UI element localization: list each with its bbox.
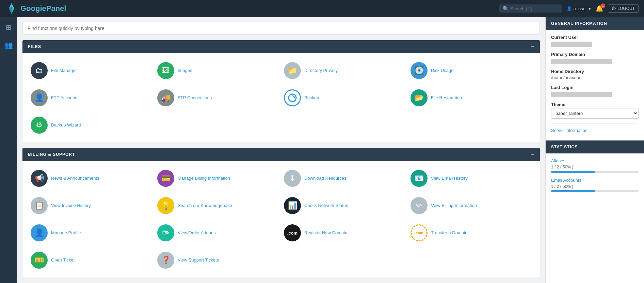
billing-grid-item[interactable]: ❓ View Support Tickets bbox=[155, 248, 281, 272]
user-menu-button[interactable]: 👤 a_user ▾ bbox=[566, 6, 591, 11]
item-label: Backup bbox=[304, 95, 319, 101]
item-label: View Email History bbox=[431, 176, 468, 181]
item-icon: 📂 bbox=[410, 89, 428, 106]
files-icon-grid: 🗂 File Manager 🖼 Images 📁 Directory Priv… bbox=[28, 59, 534, 137]
files-grid-item[interactable]: 📁 Directory Privacy bbox=[281, 59, 408, 83]
stat-bar-bg bbox=[551, 190, 639, 192]
primary-domain-label: Primary Domain bbox=[551, 52, 639, 57]
item-icon: 🎫 bbox=[31, 252, 48, 269]
logo-white: Googie bbox=[20, 4, 46, 13]
files-grid-item[interactable]: 👤 FTP Accounts bbox=[28, 86, 155, 110]
home-directory-label: Home Directory bbox=[551, 69, 639, 74]
current-user-label: Current User bbox=[551, 35, 639, 40]
billing-grid-item[interactable]: 📢 News & Announcements bbox=[28, 166, 155, 190]
stats-body: Aliases 1 / 2 ( 50% ) Email Accounts 1 /… bbox=[546, 153, 644, 202]
files-grid-item[interactable]: Backup bbox=[281, 86, 408, 110]
item-icon: 📊 bbox=[284, 197, 301, 214]
billing-grid-item[interactable]: 🛍 View/Order Addons bbox=[155, 221, 281, 245]
username-label: a_user bbox=[574, 6, 587, 11]
server-info-link[interactable]: Server Information bbox=[551, 128, 639, 136]
item-label: Open Ticket bbox=[51, 257, 75, 263]
general-info-body: Current User Primary Domain Home Directo… bbox=[546, 30, 644, 140]
logo: GoogiePanel bbox=[5, 2, 66, 15]
item-icon: 🚚 bbox=[157, 89, 174, 106]
item-label: Download Resources bbox=[304, 176, 347, 181]
billing-grid-item[interactable]: 💡 Search our Knowledgebase bbox=[155, 194, 281, 218]
billing-grid-item[interactable]: ⬇ Download Resources bbox=[281, 166, 408, 190]
item-label: File Restoration bbox=[431, 95, 462, 101]
files-grid-item[interactable]: 🚚 FTP Connections bbox=[155, 86, 281, 110]
quick-search-input[interactable] bbox=[22, 22, 540, 35]
last-login-label: Last Login bbox=[551, 85, 639, 90]
item-label: FTP Connections bbox=[178, 95, 212, 101]
item-label: Search our Knowledgebase bbox=[178, 203, 232, 209]
item-label: Check Network Status bbox=[304, 203, 348, 209]
theme-field: Theme paper_lantern default x3 bbox=[551, 102, 639, 119]
stat-label[interactable]: Aliases bbox=[551, 158, 639, 163]
stat-bar-fill bbox=[551, 190, 595, 192]
billing-grid-item[interactable]: 📧 View Email History bbox=[408, 166, 534, 190]
logo-blue: Panel bbox=[46, 4, 66, 13]
item-label: View Invoice History bbox=[51, 203, 91, 209]
billing-panel-header: BILLING & SUPPORT − bbox=[22, 148, 540, 161]
files-grid-item[interactable]: ⚙ Backup Wizard bbox=[28, 113, 155, 137]
item-label: Directory Privacy bbox=[304, 68, 338, 74]
billing-grid-item[interactable]: 🎫 Open Ticket bbox=[28, 248, 155, 272]
item-label: Manage Profile bbox=[51, 230, 81, 236]
billing-panel-body: 📢 News & Announcements 💳 Manage Billing … bbox=[22, 161, 540, 278]
user-icon: 👤 bbox=[566, 6, 572, 11]
current-user-field: Current User bbox=[551, 35, 639, 47]
billing-grid-item[interactable]: 💳 Manage Billing Information bbox=[155, 166, 281, 190]
billing-grid-item[interactable]: 📊 Check Network Status bbox=[281, 194, 408, 218]
item-icon: 🖼 bbox=[157, 62, 174, 79]
sidebar-users-icon[interactable]: 👥 bbox=[2, 39, 15, 51]
logo-icon bbox=[5, 2, 18, 15]
files-grid-item[interactable]: 📂 File Restoration bbox=[408, 86, 534, 110]
files-grid-item[interactable]: 🖼 Images bbox=[155, 59, 281, 83]
theme-label: Theme bbox=[551, 102, 639, 107]
item-icon: ❓ bbox=[157, 252, 174, 269]
global-search-box[interactable]: 🔍 bbox=[499, 4, 562, 13]
theme-select[interactable]: paper_lantern default x3 bbox=[551, 108, 639, 119]
files-panel-toggle[interactable]: − bbox=[531, 44, 534, 50]
global-search-input[interactable] bbox=[511, 6, 558, 11]
general-info-header: GENERAL INFORMATION bbox=[546, 17, 644, 30]
item-icon: ✏ bbox=[410, 197, 428, 214]
billing-grid-item[interactable]: .com Transfer a Domain bbox=[408, 221, 534, 245]
item-label: File Manager bbox=[51, 68, 77, 74]
item-icon: .com bbox=[284, 224, 301, 241]
billing-panel-toggle[interactable]: − bbox=[531, 151, 534, 158]
logout-icon: ⏻ bbox=[612, 6, 616, 11]
item-icon: 💽 bbox=[410, 62, 428, 79]
billing-icon-grid: 📢 News & Announcements 💳 Manage Billing … bbox=[28, 166, 534, 272]
stat-item: Aliases 1 / 2 ( 50% ) bbox=[551, 158, 639, 173]
stats-header: STATISTICS bbox=[546, 140, 644, 153]
item-label: Manage Billing Information bbox=[178, 176, 230, 181]
logo-text: GoogiePanel bbox=[20, 4, 66, 13]
billing-grid-item[interactable]: 👤 Manage Profile bbox=[28, 221, 155, 245]
stat-label[interactable]: Email Accounts bbox=[551, 178, 639, 183]
item-label: View Billing Information bbox=[431, 203, 477, 209]
logout-button[interactable]: ⏻ LOGOUT bbox=[608, 4, 639, 13]
main-wrap: ⊞ 👥 FILES − 🗂 File Manager 🖼 Images 📁 Di… bbox=[0, 17, 644, 283]
sidebar-grid-icon[interactable]: ⊞ bbox=[4, 21, 14, 33]
item-icon: ⚙ bbox=[31, 117, 48, 134]
right-sidebar: GENERAL INFORMATION Current User Primary… bbox=[545, 17, 644, 283]
billing-grid-item[interactable]: 📋 View Invoice History bbox=[28, 194, 155, 218]
notifications-button[interactable]: 🔔 1 bbox=[596, 5, 603, 12]
item-icon: 👤 bbox=[31, 89, 48, 106]
billing-grid-item[interactable]: ✏ View Billing Information bbox=[408, 194, 534, 218]
item-label: Disk Usage bbox=[431, 68, 453, 74]
search-icon: 🔍 bbox=[503, 6, 509, 11]
billing-grid-item[interactable]: .com Register New Domain bbox=[281, 221, 408, 245]
stat-item: Email Accounts 1 / 2 ( 50% ) bbox=[551, 178, 639, 192]
files-grid-item[interactable]: 💽 Disk Usage bbox=[408, 59, 534, 83]
stat-value: 1 / 2 ( 50% ) bbox=[551, 165, 639, 169]
topnav-right: 🔍 👤 a_user ▾ 🔔 1 ⏻ LOGOUT bbox=[499, 4, 639, 13]
files-panel-header: FILES − bbox=[22, 40, 540, 53]
notification-badge: 1 bbox=[600, 3, 605, 8]
files-grid-item[interactable]: 🗂 File Manager bbox=[28, 59, 155, 83]
item-label: Images bbox=[178, 68, 192, 74]
item-label: View/Order Addons bbox=[178, 230, 216, 236]
chevron-down-icon: ▾ bbox=[589, 6, 591, 11]
